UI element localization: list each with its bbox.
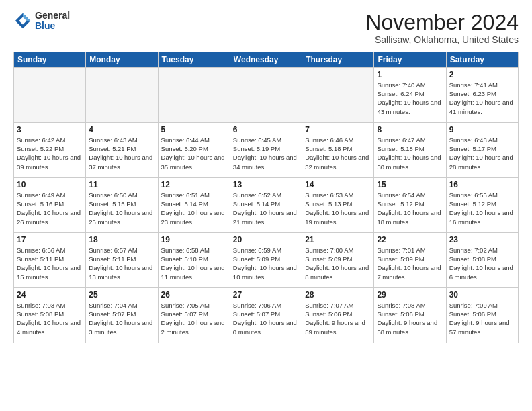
day-number: 10 [17,180,83,189]
weekday-header: Thursday [302,52,374,67]
logo-icon [13,11,32,30]
day-number: 6 [233,125,299,134]
calendar-day-cell: 20Sunrise: 6:59 AMSunset: 5:09 PMDayligh… [230,232,302,287]
day-number: 8 [377,125,443,134]
calendar-day-cell: 9Sunrise: 6:48 AMSunset: 5:17 PMDaylight… [446,122,518,177]
day-info: Sunrise: 6:54 AMSunset: 5:12 PMDaylight:… [377,191,443,226]
day-number: 9 [449,125,515,134]
day-info: Sunrise: 7:01 AMSunset: 5:09 PMDaylight:… [377,246,443,281]
calendar-day-cell: 7Sunrise: 6:46 AMSunset: 5:18 PMDaylight… [302,122,374,177]
day-number: 7 [305,125,371,134]
day-info: Sunrise: 7:05 AMSunset: 5:07 PMDaylight:… [161,301,227,336]
day-info: Sunrise: 7:08 AMSunset: 5:06 PMDaylight:… [377,301,443,336]
location: Sallisaw, Oklahoma, United States [365,34,519,45]
calendar-day-cell: 8Sunrise: 6:47 AMSunset: 5:18 PMDaylight… [374,122,446,177]
calendar-day-cell [158,67,230,122]
day-number: 22 [377,235,443,244]
calendar-day-cell: 14Sunrise: 6:53 AMSunset: 5:13 PMDayligh… [302,177,374,232]
day-info: Sunrise: 6:56 AMSunset: 5:11 PMDaylight:… [17,246,83,281]
day-number: 29 [377,290,443,300]
day-info: Sunrise: 6:46 AMSunset: 5:18 PMDaylight:… [305,136,371,171]
day-info: Sunrise: 6:58 AMSunset: 5:10 PMDaylight:… [161,246,227,281]
calendar-day-cell: 22Sunrise: 7:01 AMSunset: 5:09 PMDayligh… [374,232,446,287]
calendar-week-row: 17Sunrise: 6:56 AMSunset: 5:11 PMDayligh… [14,232,519,287]
calendar-week-row: 24Sunrise: 7:03 AMSunset: 5:08 PMDayligh… [14,287,519,342]
calendar-day-cell: 23Sunrise: 7:02 AMSunset: 5:08 PMDayligh… [446,232,518,287]
calendar-day-cell: 1Sunrise: 7:40 AMSunset: 6:24 PMDaylight… [374,67,446,122]
calendar-week-row: 3Sunrise: 6:42 AMSunset: 5:22 PMDaylight… [14,122,519,177]
day-number: 18 [89,235,154,244]
day-number: 30 [449,290,515,300]
calendar-day-cell: 6Sunrise: 6:45 AMSunset: 5:19 PMDaylight… [230,122,302,177]
weekday-header: Wednesday [230,52,302,67]
day-info: Sunrise: 7:09 AMSunset: 5:06 PMDaylight:… [449,301,515,336]
day-info: Sunrise: 7:00 AMSunset: 5:09 PMDaylight:… [305,246,371,281]
weekday-header: Tuesday [158,52,230,67]
day-info: Sunrise: 7:04 AMSunset: 5:07 PMDaylight:… [89,301,154,336]
day-number: 19 [161,235,227,244]
header: General Blue November 2024 Sallisaw, Okl… [13,11,519,45]
day-number: 3 [17,125,83,134]
calendar-week-row: 10Sunrise: 6:49 AMSunset: 5:16 PMDayligh… [14,177,519,232]
calendar-day-cell: 26Sunrise: 7:05 AMSunset: 5:07 PMDayligh… [158,287,230,342]
calendar-day-cell: 12Sunrise: 6:51 AMSunset: 5:14 PMDayligh… [158,177,230,232]
logo: General Blue [13,11,70,32]
title-block: November 2024 Sallisaw, Oklahoma, United… [365,11,519,45]
day-number: 15 [377,180,443,189]
calendar-day-cell [86,67,158,122]
day-info: Sunrise: 6:45 AMSunset: 5:19 PMDaylight:… [233,136,299,171]
day-info: Sunrise: 6:48 AMSunset: 5:17 PMDaylight:… [449,136,515,171]
day-info: Sunrise: 6:42 AMSunset: 5:22 PMDaylight:… [17,136,83,171]
month-title: November 2024 [365,11,519,34]
logo-general: General [35,11,70,21]
day-info: Sunrise: 6:55 AMSunset: 5:12 PMDaylight:… [449,191,515,226]
day-number: 20 [233,235,299,244]
calendar-day-cell: 13Sunrise: 6:52 AMSunset: 5:14 PMDayligh… [230,177,302,232]
day-info: Sunrise: 7:02 AMSunset: 5:08 PMDaylight:… [449,246,515,281]
logo-text: General Blue [35,11,70,32]
weekday-header: Friday [374,52,446,67]
day-number: 14 [305,180,371,189]
calendar-day-cell: 19Sunrise: 6:58 AMSunset: 5:10 PMDayligh… [158,232,230,287]
calendar-day-cell: 28Sunrise: 7:07 AMSunset: 5:06 PMDayligh… [302,287,374,342]
day-number: 12 [161,180,227,189]
day-number: 24 [17,290,83,300]
calendar-day-cell: 25Sunrise: 7:04 AMSunset: 5:07 PMDayligh… [86,287,158,342]
weekday-header: Saturday [446,52,518,67]
calendar-day-cell: 15Sunrise: 6:54 AMSunset: 5:12 PMDayligh… [374,177,446,232]
day-info: Sunrise: 7:06 AMSunset: 5:07 PMDaylight:… [233,301,299,336]
calendar-day-cell: 18Sunrise: 6:57 AMSunset: 5:11 PMDayligh… [86,232,158,287]
day-number: 17 [17,235,83,244]
day-number: 11 [89,180,154,189]
day-info: Sunrise: 6:49 AMSunset: 5:16 PMDaylight:… [17,191,83,226]
calendar-day-cell: 4Sunrise: 6:43 AMSunset: 5:21 PMDaylight… [86,122,158,177]
day-number: 5 [161,125,227,134]
calendar-day-cell: 24Sunrise: 7:03 AMSunset: 5:08 PMDayligh… [14,287,86,342]
day-number: 28 [305,290,371,300]
day-info: Sunrise: 6:43 AMSunset: 5:21 PMDaylight:… [89,136,154,171]
day-info: Sunrise: 6:50 AMSunset: 5:15 PMDaylight:… [89,191,154,226]
calendar-day-cell: 21Sunrise: 7:00 AMSunset: 5:09 PMDayligh… [302,232,374,287]
day-info: Sunrise: 6:52 AMSunset: 5:14 PMDaylight:… [233,191,299,226]
day-info: Sunrise: 7:03 AMSunset: 5:08 PMDaylight:… [17,301,83,336]
calendar-day-cell: 16Sunrise: 6:55 AMSunset: 5:12 PMDayligh… [446,177,518,232]
day-info: Sunrise: 7:41 AMSunset: 6:23 PMDaylight:… [449,81,515,116]
weekday-header: Monday [86,52,158,67]
day-info: Sunrise: 7:07 AMSunset: 5:06 PMDaylight:… [305,301,371,336]
calendar-day-cell: 2Sunrise: 7:41 AMSunset: 6:23 PMDaylight… [446,67,518,122]
day-number: 23 [449,235,515,244]
day-info: Sunrise: 6:51 AMSunset: 5:14 PMDaylight:… [161,191,227,226]
calendar-day-cell: 29Sunrise: 7:08 AMSunset: 5:06 PMDayligh… [374,287,446,342]
day-number: 21 [305,235,371,244]
calendar-day-cell [302,67,374,122]
calendar-day-cell: 27Sunrise: 7:06 AMSunset: 5:07 PMDayligh… [230,287,302,342]
day-info: Sunrise: 6:53 AMSunset: 5:13 PMDaylight:… [305,191,371,226]
logo-blue: Blue [35,21,70,31]
day-info: Sunrise: 6:44 AMSunset: 5:20 PMDaylight:… [161,136,227,171]
day-info: Sunrise: 6:59 AMSunset: 5:09 PMDaylight:… [233,246,299,281]
day-number: 1 [377,70,443,79]
weekday-header: Sunday [14,52,86,67]
calendar-day-cell: 5Sunrise: 6:44 AMSunset: 5:20 PMDaylight… [158,122,230,177]
day-number: 26 [161,290,227,300]
day-number: 2 [449,70,515,79]
